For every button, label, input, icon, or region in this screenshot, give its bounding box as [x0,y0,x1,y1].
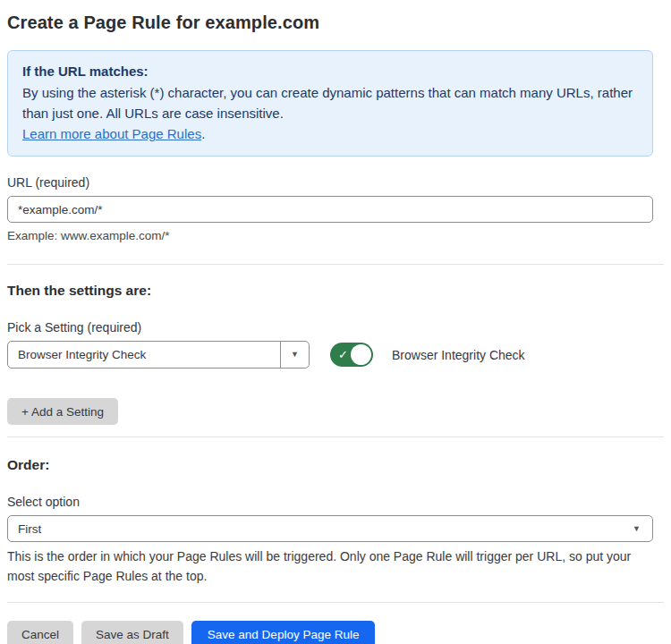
dropdown-arrow-icon: ▼ [633,525,641,533]
order-helper-text: This is the order in which your Page Rul… [7,547,653,586]
page-title: Create a Page Rule for example.com [7,13,653,33]
link-period: . [201,126,205,141]
dropdown-arrow-icon: ▼ [291,351,299,359]
check-icon: ✓ [338,349,348,360]
order-section-heading: Order: [7,457,653,473]
section-divider [7,436,664,437]
section-divider [7,602,664,603]
setting-picker-label: Pick a Setting (required) [7,320,653,335]
toggle-label: Browser Integrity Check [392,348,525,362]
add-setting-button[interactable]: + Add a Setting [7,398,118,425]
info-box-body-text: By using the asterisk (*) character, you… [22,85,633,121]
setting-select-arrow-segment[interactable]: ▼ [280,342,309,368]
url-example-helper: Example: www.example.com/* [7,229,653,242]
order-select[interactable]: First ▼ [7,515,653,542]
save-and-deploy-button[interactable]: Save and Deploy Page Rule [191,621,376,644]
settings-section-heading: Then the settings are: [7,283,653,299]
order-select-value[interactable]: First [8,522,633,536]
setting-row: Browser Integrity Check ▼ ✓ Browser Inte… [7,341,653,369]
browser-integrity-toggle[interactable]: ✓ [330,343,373,367]
order-select-label: Select option [7,495,653,509]
create-page-rule-form: Create a Page Rule for example.com If th… [0,0,671,644]
save-as-draft-button[interactable]: Save as Draft [81,621,183,644]
learn-more-link[interactable]: Learn more about Page Rules [22,126,201,141]
url-field-label: URL (required) [7,175,653,190]
section-divider [7,264,664,265]
url-input[interactable] [7,196,653,223]
setting-select[interactable]: Browser Integrity Check ▼ [7,341,310,369]
info-box-heading: If the URL matches: [22,61,638,81]
toggle-knob [351,344,371,365]
info-box-body: By using the asterisk (*) character, you… [22,82,638,144]
url-matches-info-box: If the URL matches: By using the asteris… [7,50,653,157]
form-actions: Cancel Save as Draft Save and Deploy Pag… [7,621,653,644]
setting-select-value[interactable]: Browser Integrity Check [8,342,280,368]
cancel-button[interactable]: Cancel [7,621,73,644]
